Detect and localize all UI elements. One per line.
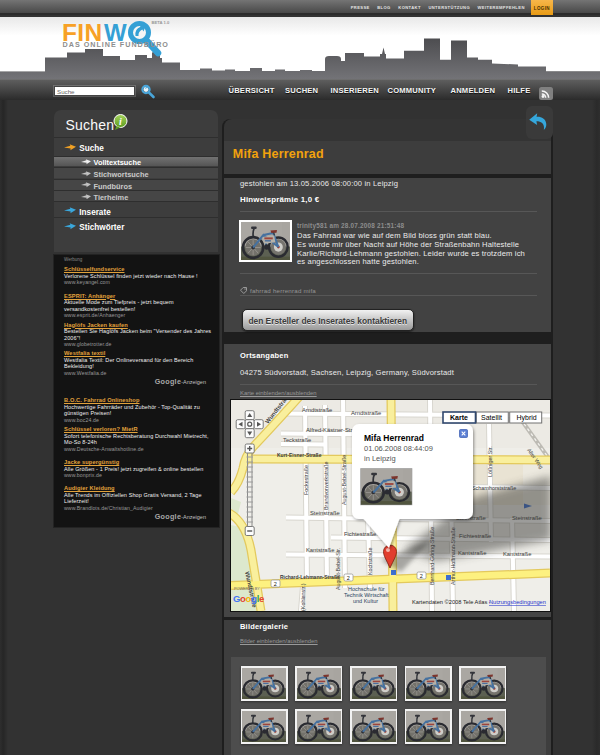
svg-text:Teckstraße: Teckstraße [283,437,311,443]
svg-text:Kantstraße: Kantstraße [306,547,334,553]
svg-text:August-Bebel-Str.: August-Bebel-Str. [335,548,341,590]
svg-text:Hybrid: Hybrid [517,414,537,422]
svg-text:August-Bebel-Straße: August-Bebel-Straße [341,455,347,505]
svg-text:Arndtstraße: Arndtstraße [302,407,332,413]
svg-text:und Kultur: und Kultur [353,598,378,604]
svg-text:Kantstraße: Kantstraße [503,551,531,557]
svg-text:i: i [119,115,122,126]
svg-text:2: 2 [347,575,350,581]
svg-text:in Leipzig: in Leipzig [364,454,396,463]
svg-text:Satellit: Satellit [481,414,502,421]
svg-text:BETA 1.0: BETA 1.0 [152,20,171,25]
svg-text:DAS ONLINE FUNDBÜRO: DAS ONLINE FUNDBÜRO [63,40,169,49]
svg-text:Nutzungsbedingungen: Nutzungsbedingungen [489,599,546,605]
svg-text:Fockestraße: Fockestraße [303,465,309,495]
svg-text:POWERED BY: POWERED BY [234,587,260,591]
svg-text:Karte: Karte [450,414,468,421]
svg-text:2: 2 [274,581,277,587]
svg-text:Brandvorwerkstraße: Brandvorwerkstraße [323,461,329,510]
svg-text:Lößniger Str.: Lößniger Str. [487,446,493,477]
svg-text:(Kohlenstr.): (Kohlenstr.) [300,583,306,611]
svg-text:Kartendaten ©2008 Tele Atlas -: Kartendaten ©2008 Tele Atlas - [412,599,491,605]
svg-text:Richard-Lehmann-Straße: Richard-Lehmann-Straße [280,574,340,580]
svg-text:Fichtestraße: Fichtestraße [344,531,376,537]
svg-text:Kochstraße: Kochstraße [367,547,373,575]
svg-text:Kurt-Eisner-Straße: Kurt-Eisner-Straße [277,452,322,458]
svg-text:2: 2 [420,573,423,579]
svg-text:Arndtstraße: Arndtstraße [351,410,381,416]
svg-text:01.06.2008 08:44:09: 01.06.2008 08:44:09 [364,444,433,453]
svg-text:Google: Google [233,593,264,604]
svg-text:Mifa Herrenrad: Mifa Herrenrad [364,433,424,443]
